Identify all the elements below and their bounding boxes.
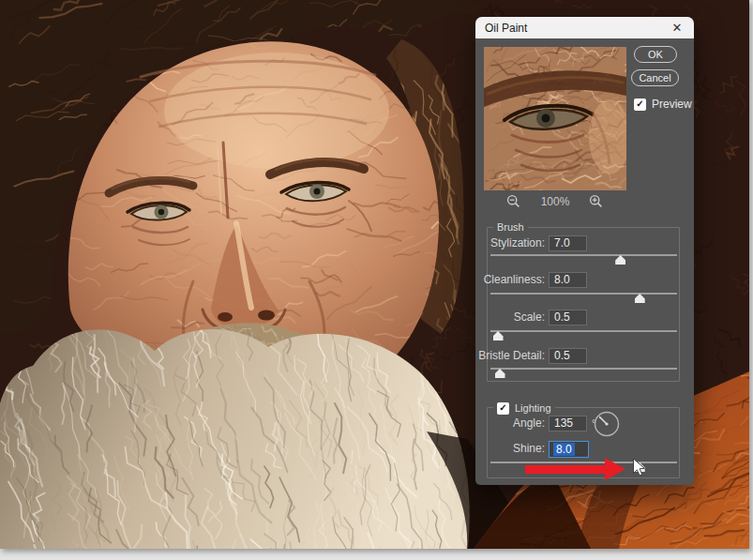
shine-label: Shine:	[477, 441, 545, 457]
scale-label: Scale:	[477, 310, 545, 325]
stylization-value[interactable]: 7.0	[549, 235, 587, 251]
zoom-level[interactable]: 100%	[521, 195, 589, 208]
dialog-title: Oil Paint	[485, 22, 527, 35]
bristle-detail-value[interactable]: 0.5	[549, 348, 587, 364]
stylization-label: Stylization:	[477, 235, 545, 251]
stylization-slider[interactable]	[490, 251, 677, 266]
slider-track[interactable]	[490, 368, 677, 370]
preview-option: ✓ Preview	[634, 98, 692, 111]
preview-eye-closeup	[484, 47, 626, 190]
shine-value-field[interactable]: 8.0	[549, 441, 589, 458]
cleanliness-value[interactable]: 8.0	[549, 272, 587, 288]
preview-zoom-controls: 100%	[484, 193, 626, 209]
scale-slider[interactable]	[490, 327, 677, 342]
slider-thumb[interactable]	[615, 255, 625, 265]
bristle-detail-slider[interactable]	[490, 365, 677, 380]
close-icon[interactable]: ✕	[670, 21, 685, 36]
cleanliness-slider[interactable]	[490, 290, 677, 305]
oil-paint-dialog: Oil Paint ✕	[475, 17, 694, 485]
slider-thumb[interactable]	[635, 294, 645, 303]
slider-thumb[interactable]	[495, 369, 505, 378]
zoom-out-icon[interactable]	[506, 194, 521, 209]
angle-dial[interactable]	[594, 411, 620, 437]
slider-track[interactable]	[490, 254, 677, 256]
shine-selected-value[interactable]: 8.0	[553, 443, 575, 456]
filter-preview-thumbnail[interactable]	[484, 47, 626, 190]
cancel-button[interactable]: Cancel	[631, 69, 679, 86]
angle-label: Angle:	[477, 416, 545, 431]
mouse-cursor	[632, 458, 646, 477]
preview-label: Preview	[652, 98, 692, 111]
slider-thumb[interactable]	[493, 331, 504, 341]
ok-button[interactable]: OK	[634, 46, 677, 63]
angle-value[interactable]: 135	[549, 416, 587, 431]
red-arrow-head	[605, 458, 625, 480]
brush-group-label: Brush	[493, 221, 528, 233]
scale-value[interactable]: 0.5	[549, 310, 587, 325]
dialog-titlebar[interactable]: Oil Paint ✕	[475, 17, 694, 38]
zoom-in-icon[interactable]	[589, 194, 604, 209]
preview-checkbox[interactable]: ✓	[634, 98, 646, 111]
slider-track[interactable]	[490, 293, 677, 295]
slider-track[interactable]	[490, 462, 677, 463]
bristle-detail-label: Bristle Detail:	[477, 348, 545, 364]
lighting-checkbox[interactable]: ✓	[497, 402, 509, 415]
lighting-label: Lighting	[515, 402, 551, 414]
slider-track[interactable]	[490, 330, 677, 332]
oil-paint-image: Oil Paint ✕	[0, 0, 749, 549]
cleanliness-label: Cleanliness:	[477, 272, 545, 288]
red-arrow-annotation	[525, 465, 605, 474]
